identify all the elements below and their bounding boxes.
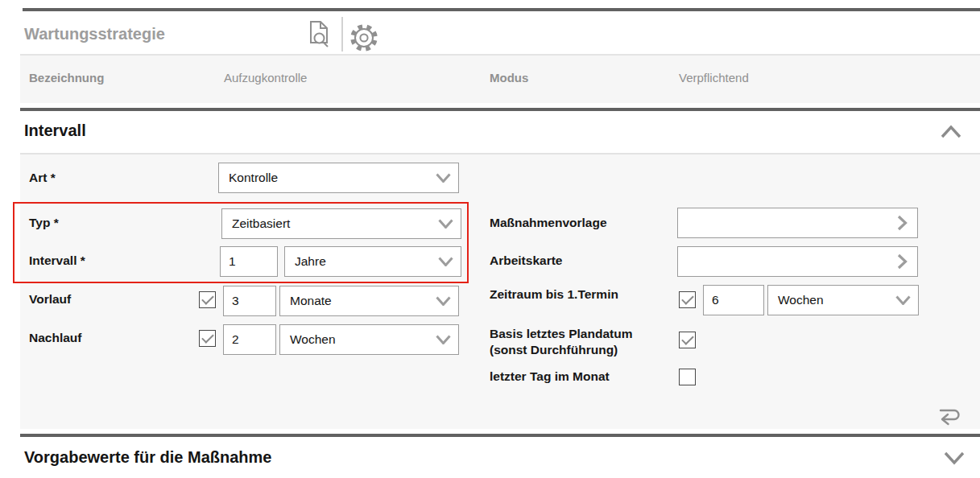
- art-select-value: Kontrolle: [229, 171, 278, 185]
- letzter-tag-label: letzter Tag im Monat: [490, 370, 610, 383]
- massnahmenvorlage-picker[interactable]: [677, 208, 918, 238]
- intervall-number-input[interactable]: [220, 246, 278, 277]
- chevron-down-icon: [436, 335, 451, 344]
- typ-select-value: Zeitbasiert: [232, 216, 290, 231]
- nachlauf-label: Nachlauf: [29, 332, 81, 344]
- chevron-down-icon: [895, 295, 911, 305]
- record-summary-bar: Bezeichnung Aufzugkontrolle Modus Verpfl…: [20, 54, 980, 103]
- intervall-label: Intervall *: [29, 254, 85, 267]
- chevron-down-icon: [944, 451, 965, 465]
- top-divider: [23, 8, 980, 11]
- chevron-right-icon: [897, 253, 908, 270]
- chevron-down-icon: [436, 173, 451, 183]
- nachlauf-unit-select[interactable]: Wochen: [279, 324, 459, 355]
- basis-plandatum-label: Basis letztes Plandatum (sonst Durchführ…: [490, 326, 632, 358]
- art-label: Art *: [29, 171, 56, 184]
- section-divider-bottom: [20, 434, 980, 437]
- settings-gear-icon[interactable]: [348, 22, 380, 54]
- zeitraum-unit-value: Wochen: [778, 293, 824, 307]
- chevron-right-icon: [897, 215, 908, 231]
- zeitraum-number-input[interactable]: [703, 285, 764, 315]
- section-title-vorgabewerte: Vorgabewerte für die Maßnahme: [24, 448, 271, 466]
- massnahmenvorlage-label: Maßnahmenvorlage: [490, 216, 607, 229]
- undo-button[interactable]: [934, 403, 965, 426]
- chevron-down-icon: [436, 296, 451, 306]
- basis-plandatum-label-line2: (sonst Durchführung): [490, 342, 632, 358]
- vorlauf-label: Vorlauf: [29, 293, 71, 306]
- nachlauf-unit-value: Wochen: [290, 332, 336, 347]
- document-preview-glyph: [305, 19, 333, 48]
- nachlauf-number-input[interactable]: [223, 324, 276, 355]
- vorlauf-checkbox[interactable]: [199, 291, 216, 308]
- typ-label: Typ *: [29, 216, 59, 229]
- record-name-value: Aufzugkontrolle: [224, 72, 307, 84]
- intervall-unit-select[interactable]: Jahre: [284, 246, 461, 277]
- zeitraum-label: Zeitraum bis 1.Termin: [490, 288, 618, 301]
- collapse-section-button[interactable]: [941, 125, 961, 138]
- intervall-unit-value: Jahre: [295, 254, 326, 269]
- basis-plandatum-checkbox[interactable]: [679, 332, 696, 348]
- page-title: Wartungsstrategie: [24, 25, 165, 43]
- zeitraum-unit-select[interactable]: Wochen: [767, 285, 919, 315]
- zeitraum-checkbox[interactable]: [679, 291, 696, 308]
- vorlauf-number-input[interactable]: [223, 286, 276, 316]
- basis-plandatum-label-line1: Basis letztes Plandatum: [490, 326, 632, 342]
- document-preview-icon[interactable]: [305, 19, 333, 48]
- arbeitskarte-picker[interactable]: [677, 246, 918, 277]
- record-modus-label: Modus: [490, 72, 528, 84]
- section-title-intervall: Intervall: [24, 122, 86, 139]
- record-modus-value: Verpflichtend: [679, 72, 749, 84]
- nachlauf-checkbox[interactable]: [199, 330, 216, 347]
- arbeitskarte-label: Arbeitskarte: [490, 254, 562, 267]
- typ-select[interactable]: Zeitbasiert: [221, 208, 461, 239]
- toolbar-divider: [341, 17, 343, 52]
- gear-glyph: [348, 22, 380, 54]
- vorlauf-unit-select[interactable]: Monate: [279, 286, 459, 316]
- record-name-label: Bezeichnung: [29, 72, 104, 84]
- letzter-tag-checkbox[interactable]: [679, 369, 696, 385]
- art-select[interactable]: Kontrolle: [218, 163, 459, 193]
- section-divider-top: [20, 108, 980, 111]
- chevron-up-icon: [941, 125, 961, 138]
- chevron-down-icon: [438, 219, 453, 229]
- expand-section-button[interactable]: [944, 451, 965, 465]
- vorlauf-unit-value: Monate: [290, 294, 332, 308]
- undo-arrow-icon: [934, 403, 965, 426]
- chevron-down-icon: [438, 257, 453, 266]
